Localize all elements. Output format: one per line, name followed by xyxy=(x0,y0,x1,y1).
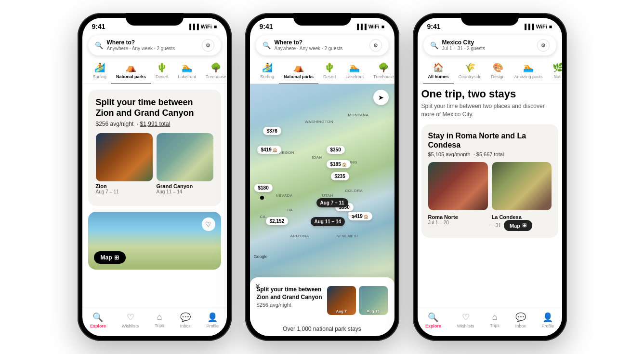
pin-235[interactable]: $235 xyxy=(331,172,349,180)
roma-norte-name: Roma Norte xyxy=(428,214,488,220)
map-heart-btn[interactable]: ♡ xyxy=(202,218,215,231)
map-card-img-label-2: Aug 11 xyxy=(367,309,380,313)
category-tabs-2: 🏄 Surfing ⛺ National parks 🌵 Desert 🏊 La… xyxy=(250,59,394,84)
nav-profile-1[interactable]: 👤 Profile xyxy=(207,312,219,328)
pin-180[interactable]: $180 xyxy=(254,184,273,192)
nav-wishlists-1[interactable]: ♡ Wishlists xyxy=(122,312,139,328)
nav-explore-3[interactable]: 🔍 Explore xyxy=(425,312,441,328)
roma-norte-image xyxy=(428,162,488,210)
map-card-price: $256 avg/night xyxy=(257,302,322,308)
search-bar-2[interactable]: 🔍 Where to? Anywhere · Any week · 2 gues… xyxy=(256,35,389,55)
map-card-text: Split your time between Zion and Grand C… xyxy=(257,286,322,315)
cat-surfing-2[interactable]: 🏄 Surfing xyxy=(256,59,279,83)
state-california: CA. xyxy=(260,215,267,219)
one-trip-title: One trip, two stays xyxy=(421,88,558,100)
search-filter-3[interactable]: ⚙ xyxy=(537,39,550,52)
status-time-1: 9:41 xyxy=(92,23,105,30)
bottom-nav-3: 🔍 Explore ♡ Wishlists ⌂ Trips 💬 Inbox 👤 xyxy=(418,308,562,336)
cat-desert-2[interactable]: 🌵 Desert xyxy=(318,59,341,83)
search-filter-2[interactable]: ⚙ xyxy=(369,39,382,52)
cat-all-homes[interactable]: 🏠 All homes xyxy=(423,59,454,84)
nav-inbox-1[interactable]: 💬 Inbox xyxy=(180,312,191,328)
state-nevada: NEVADA xyxy=(276,193,293,198)
map-btn-3[interactable]: Map ⊞ xyxy=(504,220,532,231)
stay-images-1: Zion Aug 7 – 11 Grand Canyon Aug 11 – 14 xyxy=(96,133,213,194)
split-stay-card-1: Split your time between Zion and Grand C… xyxy=(88,90,221,205)
roma-card-title: Stay in Roma Norte and La Condesa xyxy=(428,131,552,150)
cat-lakefront-2[interactable]: 🏊 Lakefront xyxy=(341,59,369,83)
pin-aug7-11[interactable]: Aug 7 – 11 xyxy=(316,198,348,207)
wishlists-icon-1: ♡ xyxy=(127,312,134,323)
pin-350a[interactable]: $350 xyxy=(327,146,345,154)
cat-surfing-1[interactable]: 🏄 Surfing xyxy=(88,59,112,83)
map-bg-1: ♡ Map ⊞ xyxy=(88,212,221,270)
roma-images xyxy=(428,162,552,210)
cat-nati[interactable]: 🌿 Nati xyxy=(548,59,562,83)
map-preview-1[interactable]: ♡ Map ⊞ xyxy=(88,212,221,270)
search-title-1: Where to? xyxy=(107,39,198,46)
search-text-group-2: Where to? Anywhere · Any week · 2 guests xyxy=(275,39,366,52)
nav-trips-1[interactable]: ⌂ Trips xyxy=(155,312,164,328)
cat-label-treehouse: Treehouse xyxy=(206,74,226,79)
la-condesa-name: La Condesa xyxy=(492,214,552,220)
nav-explore-1[interactable]: 🔍 Explore xyxy=(90,312,106,328)
pin-419a[interactable]: $419 xyxy=(257,146,281,154)
battery-icon-3: ■ xyxy=(549,24,552,29)
battery-icon-2: ■ xyxy=(381,24,385,29)
desert-icon: 🌵 xyxy=(157,62,167,73)
zion-image xyxy=(96,133,153,181)
search-title-2: Where to? xyxy=(275,39,366,46)
pin-350c xyxy=(348,212,356,215)
cat-countryside[interactable]: 🌾 Countryside xyxy=(454,59,486,83)
cat-national-parks-1[interactable]: ⛺ National parks xyxy=(111,59,151,84)
nav-inbox-3[interactable]: 💬 Inbox xyxy=(515,312,526,328)
state-newmexico: NEW MEXI xyxy=(337,234,358,238)
cat-national-parks-2[interactable]: ⛺ National parks xyxy=(279,59,318,84)
search-subtitle-2: Anywhere · Any week · 2 guests xyxy=(275,46,366,52)
nav-profile-3[interactable]: 👤 Profile xyxy=(542,312,554,328)
search-bar-3[interactable]: 🔍 Mexico City Jul 1 – 31 · 2 guests ⚙ xyxy=(423,35,556,55)
signal-icon-3: ▐▐▐ xyxy=(523,24,534,29)
cat-design[interactable]: 🎨 Design xyxy=(486,59,510,83)
map-btn-label-1: Map xyxy=(101,254,112,261)
cat-label-desert: Desert xyxy=(156,74,169,79)
lakefront-icon-2: 🏊 xyxy=(349,62,360,73)
pin-185[interactable]: $185 xyxy=(327,160,351,168)
pin-aug11-14[interactable]: Aug 11 – 14 xyxy=(311,217,345,226)
grand-canyon-image-container: Grand Canyon Aug 11 – 14 xyxy=(157,133,213,194)
inbox-icon-3: 💬 xyxy=(515,312,526,323)
signal-icon-2: ▐▐▐ xyxy=(355,24,366,29)
countryside-icon: 🌾 xyxy=(465,62,475,73)
pin-2152[interactable]: $2,152 xyxy=(266,217,289,225)
phone-3: 9:41 ▐▐▐ WiFi ■ 🔍 Mexico City Jul 1 – 31… xyxy=(413,13,567,341)
map-close-btn[interactable]: ✕ xyxy=(255,282,261,290)
status-time-3: 9:41 xyxy=(427,23,441,30)
map-btn-1[interactable]: Map ⊞ xyxy=(94,251,126,264)
cat-amazing-pools[interactable]: 🏊 Amazing pools xyxy=(510,59,548,83)
cat-treehouse-2[interactable]: 🌳 Treehouse xyxy=(368,59,394,83)
inbox-icon-1: 💬 xyxy=(180,312,191,323)
bottom-nav-1: 🔍 Explore ♡ Wishlists ⌂ Trips 💬 Inbox 👤 xyxy=(82,308,227,336)
explore-icon-1: 🔍 xyxy=(92,312,103,323)
lakefront-icon: 🏊 xyxy=(182,62,192,73)
cat-label-surfing-2: Surfing xyxy=(261,74,275,79)
wifi-icon-2: WiFi xyxy=(368,24,380,29)
map-btn-label-3: Map xyxy=(510,223,520,229)
pin-376[interactable]: $376 xyxy=(263,127,281,135)
map-full[interactable]: WASHINGTON MONTANA. OREGON IDAH WYOMING … xyxy=(250,84,394,322)
nav-wishlists-3[interactable]: ♡ Wishlists xyxy=(457,312,474,328)
grand-canyon-image xyxy=(157,133,213,181)
search-bar-1[interactable]: 🔍 Where to? Anywhere · Any week · 2 gues… xyxy=(88,35,221,55)
cat-label-np-2: National parks xyxy=(284,74,314,79)
all-homes-icon: 🏠 xyxy=(433,62,444,73)
compass-btn[interactable]: ➤ xyxy=(373,90,389,105)
cat-desert-1[interactable]: 🌵 Desert xyxy=(151,59,173,83)
search-filter-1[interactable]: ⚙ xyxy=(202,39,214,52)
state-arizona: ARIZONA xyxy=(290,234,309,238)
cat-lakefront-1[interactable]: 🏊 Lakefront xyxy=(173,59,201,83)
cat-treehouse-1[interactable]: 🌳 Treehouse xyxy=(201,59,226,83)
status-time-2: 9:41 xyxy=(260,23,273,30)
nav-trips-3[interactable]: ⌂ Trips xyxy=(490,312,499,328)
below-map-text: Over 1,000 national park stays xyxy=(250,322,394,336)
grand-canyon-location: Grand Canyon xyxy=(157,183,213,189)
